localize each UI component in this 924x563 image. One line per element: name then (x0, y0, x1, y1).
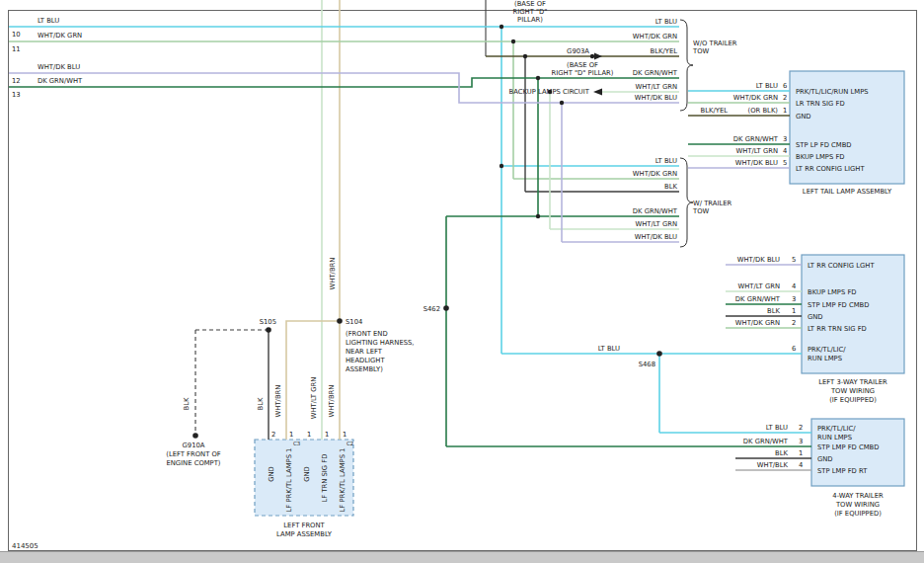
arrow-backup-lamps (593, 89, 602, 96)
box3-pin4-label: STP LMP FD RT (817, 467, 868, 475)
label-3way-pin4: 4 (792, 282, 796, 290)
label-ckt11-num: 11 (12, 45, 21, 53)
lamp-pin-1b: 1 (307, 431, 311, 439)
label-4way-pin4: 4 (799, 461, 803, 469)
label-ckt11-color: WHT/DK GRN (38, 32, 82, 40)
label-4way-dk-grn-wht: DK GRN/WHT (743, 438, 789, 445)
label-g1-lt-blu: LT BLU (655, 18, 677, 26)
label-blk-vertical-g910a: BLK (183, 397, 191, 410)
label-tail-pin2: 2 (783, 94, 787, 102)
label-3way-blk: BLK (767, 307, 780, 315)
lamp-pin-1d: 1 (343, 431, 346, 439)
box2-pin3-label: STP LMP FD CMBD (808, 301, 869, 309)
label-wht-brn-vertical: WHT/BRN (329, 258, 337, 290)
box2-pin6-label-1: PRK/TL/LIC/ (808, 346, 846, 354)
label-3way-dk-grn-wht: DK GRN/WHT (735, 295, 781, 303)
lamp-col4-trn: LF TRN SIG FD (321, 454, 329, 503)
label-3way-lt-blu: LT BLU (598, 345, 620, 353)
label-pillar-1: (BASE OF (514, 0, 546, 8)
label-4way-blk: BLK (775, 449, 788, 457)
label-tail-dk-grn-wht: DK GRN/WHT (733, 135, 779, 143)
label-g1-blk-yel: BLK/YEL (651, 47, 678, 55)
label-4way-pin3: 3 (799, 438, 803, 445)
box3-pin2-label-2: RUN LMPS (817, 434, 852, 442)
lamp-caption-2: LAMP ASSEMBLY (276, 530, 333, 538)
lamp-conn-c2: C2 (346, 441, 353, 446)
label-g2-wht-dk-grn: WHT/DK GRN (633, 170, 677, 178)
lamp-pin-1a: 1 (289, 431, 293, 439)
label-pillar-3: PILLAR) (517, 16, 543, 24)
box3-caption-1: 4-WAY TRAILER (832, 492, 884, 500)
label-3way-wht-dk-blu: WHT/DK BLU (737, 256, 780, 264)
box2-pin4-label: BKUP LMPS FD (808, 288, 857, 296)
window-bottom-chrome (0, 551, 924, 563)
label-3way-pin2: 2 (792, 319, 796, 327)
box1-pin6-label: PRK/TL/LIC/RUN LMPS (796, 88, 869, 96)
lamp-caption-1: LEFT FRONT (283, 522, 325, 529)
label-ckt13-num: 13 (12, 91, 21, 99)
box3-pin2-label-1: PRK/TL/LIC/ (817, 425, 856, 433)
label-tail-pin5: 5 (783, 159, 787, 167)
junction-dk-grn-wht-wtow (536, 214, 540, 218)
label-tail-or-blk: (OR BLK) (748, 107, 779, 115)
label-s105: S105 (260, 318, 276, 326)
label-tail-pin6: 6 (783, 82, 787, 90)
label-w-trailer-2: TOW (692, 207, 710, 215)
label-4way-lt-blu: LT BLU (766, 424, 788, 432)
box2-pin5-label: LT RR CONFIG LGHT (808, 262, 875, 270)
box1-pin3-label: STP LP FD CMBD (796, 141, 852, 149)
label-g2-wht-lt-grn: WHT/LT GRN (635, 220, 677, 228)
label-wht-brn-vertical-col2: WHT/BRN (274, 385, 282, 418)
label-g903a-loc1: (BASE OF (567, 61, 598, 69)
label-wo-trailer-1: W/O TRAILER (693, 40, 737, 47)
box3-caption-2: TOW WIRING (835, 501, 880, 509)
box2-caption-3: (IF EQUIPPED) (829, 396, 877, 404)
box2-pin2-label: LT RR TRN SIG FD (808, 325, 867, 333)
label-4way-pin1: 1 (799, 449, 803, 457)
label-4way-wht-blk: WHT/BLK (757, 461, 789, 469)
junction-lt-blu-drop (500, 25, 503, 29)
box1-caption: LEFT TAIL LAMP ASSEMBLY (803, 188, 892, 196)
brace-wo-trailer-tow (680, 20, 693, 111)
box3-pin3-label: STP LMP FD CMBD (817, 443, 879, 451)
label-wht-lt-grn-vertical: WHT/LT GRN (310, 377, 318, 420)
label-g1-wht-lt-grn: WHT/LT GRN (635, 83, 677, 91)
label-wo-trailer-2: TOW (692, 47, 710, 55)
label-3way-wht-dk-grn: WHT/DK GRN (735, 319, 780, 327)
lamp-conn-c3: C3 (293, 441, 301, 446)
label-s104-loc4: HEADLIGHT (346, 357, 385, 364)
box2-caption-2: TOW WIRING (830, 387, 875, 395)
label-pillar-2: RIGHT "D" (513, 8, 548, 16)
drawing-number: 414505 (12, 542, 38, 550)
label-tail-wht-dk-grn: WHT/DK GRN (733, 94, 778, 102)
junction-wht-dk-blu-drop (560, 101, 564, 105)
label-g2-dk-grn-wht: DK GRN/WHT (633, 207, 678, 215)
label-3way-pin3: 3 (792, 295, 796, 303)
arrow-g903a (594, 53, 602, 60)
label-s104-loc5: ASSEMBLY) (346, 365, 383, 373)
ground-g910a (192, 433, 198, 439)
box2-caption-1: LEFT 3-WAY TRAILER (818, 378, 887, 386)
wire-dk-grn-wht-ckt13 (9, 78, 679, 87)
label-4way-pin2: 2 (799, 424, 803, 432)
box1-pin1-label: GND (796, 113, 811, 121)
label-s104-loc1: (FRONT END (346, 330, 388, 338)
lamp-col2-prk: LF PRK/TL LAMPS 1 (285, 448, 293, 513)
label-blk-vertical-s105: BLK (257, 397, 265, 410)
label-g903a: G903A (567, 47, 589, 55)
lamp-pin-2: 2 (271, 431, 275, 439)
label-g2-blk: BLK (664, 183, 677, 191)
box2-pin1-label: GND (808, 313, 823, 321)
label-3way-pin5: 5 (792, 256, 796, 264)
label-s104-loc2: LIGHTING HARNESS, (346, 339, 415, 347)
box1-pin5-label: LT RR CONFIG LIGHT (796, 165, 865, 173)
label-tail-wht-lt-grn: WHT/LT GRN (735, 147, 778, 155)
label-tail-pin4: 4 (783, 147, 787, 155)
label-s462: S462 (424, 305, 440, 313)
box3-caption-3: (IF EQUIPPED) (834, 510, 882, 518)
box1-pin2-label: LR TRN SIG FD (796, 100, 845, 108)
splice-s462 (443, 305, 449, 311)
junction-lt-blu-wtow (500, 164, 503, 168)
lamp-col3-gnd: GND (303, 466, 311, 482)
wiring-diagram-viewport: 414505 LT BLU10WHT/DK GRN11WHT/DK BLU12D… (0, 0, 924, 563)
